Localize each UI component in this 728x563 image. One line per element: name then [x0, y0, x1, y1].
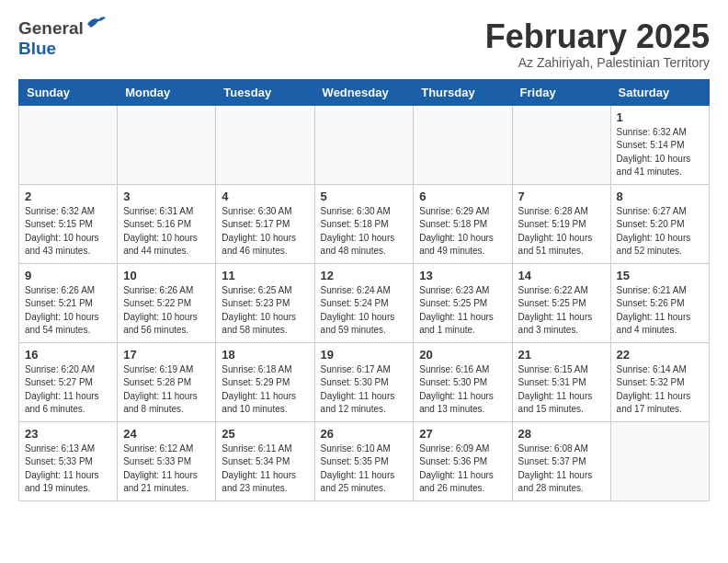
calendar-cell: 8Sunrise: 6:27 AM Sunset: 5:20 PM Daylig…	[610, 184, 709, 263]
calendar-cell	[610, 421, 709, 500]
day-number: 16	[25, 348, 111, 362]
day-number: 5	[321, 190, 408, 203]
calendar-cell: 5Sunrise: 6:30 AM Sunset: 5:18 PM Daylig…	[314, 184, 414, 263]
weekday-header-saturday: Saturday	[610, 79, 709, 105]
calendar-cell: 9Sunrise: 6:26 AM Sunset: 5:21 PM Daylig…	[19, 263, 118, 342]
day-info: Sunrise: 6:20 AM Sunset: 5:27 PM Dayligh…	[25, 363, 111, 417]
day-info: Sunrise: 6:32 AM Sunset: 5:15 PM Dayligh…	[25, 205, 111, 259]
day-info: Sunrise: 6:10 AM Sunset: 5:35 PM Dayligh…	[321, 442, 408, 496]
day-number: 2	[25, 190, 111, 203]
day-number: 3	[123, 190, 210, 203]
calendar-cell: 16Sunrise: 6:20 AM Sunset: 5:27 PM Dayli…	[19, 342, 118, 421]
day-info: Sunrise: 6:26 AM Sunset: 5:21 PM Dayligh…	[25, 284, 111, 338]
calendar-cell: 4Sunrise: 6:30 AM Sunset: 5:17 PM Daylig…	[216, 184, 314, 263]
day-info: Sunrise: 6:09 AM Sunset: 5:36 PM Dayligh…	[419, 442, 506, 496]
day-info: Sunrise: 6:28 AM Sunset: 5:19 PM Dayligh…	[518, 205, 605, 259]
day-number: 28	[518, 427, 605, 441]
day-info: Sunrise: 6:21 AM Sunset: 5:26 PM Dayligh…	[617, 284, 703, 338]
calendar-cell: 14Sunrise: 6:22 AM Sunset: 5:25 PM Dayli…	[512, 263, 610, 342]
logo-general-text: General	[18, 18, 84, 39]
day-info: Sunrise: 6:31 AM Sunset: 5:16 PM Dayligh…	[123, 205, 210, 259]
location-title: Az Zahiriyah, Palestinian Territory	[485, 55, 710, 70]
calendar-table: SundayMondayTuesdayWednesdayThursdayFrid…	[18, 79, 710, 501]
calendar-cell: 19Sunrise: 6:17 AM Sunset: 5:30 PM Dayli…	[314, 342, 414, 421]
day-number: 25	[222, 427, 308, 441]
day-number: 27	[419, 427, 506, 441]
calendar-cell: 11Sunrise: 6:25 AM Sunset: 5:23 PM Dayli…	[216, 263, 314, 342]
day-number: 12	[321, 269, 408, 282]
day-info: Sunrise: 6:29 AM Sunset: 5:18 PM Dayligh…	[419, 205, 506, 259]
weekday-header-thursday: Thursday	[414, 79, 512, 105]
day-number: 4	[222, 190, 308, 203]
calendar-cell: 1Sunrise: 6:32 AM Sunset: 5:14 PM Daylig…	[610, 105, 709, 184]
day-number: 8	[617, 190, 703, 203]
day-number: 10	[123, 269, 210, 282]
day-number: 20	[419, 348, 506, 362]
month-title: February 2025	[485, 18, 710, 55]
day-number: 19	[321, 348, 408, 362]
weekday-header-tuesday: Tuesday	[216, 79, 314, 105]
calendar-week-row: 2Sunrise: 6:32 AM Sunset: 5:15 PM Daylig…	[19, 184, 710, 263]
day-number: 14	[518, 269, 605, 282]
calendar-cell: 3Sunrise: 6:31 AM Sunset: 5:16 PM Daylig…	[118, 184, 216, 263]
calendar-cell: 13Sunrise: 6:23 AM Sunset: 5:25 PM Dayli…	[414, 263, 512, 342]
calendar-cell: 24Sunrise: 6:12 AM Sunset: 5:33 PM Dayli…	[118, 421, 216, 500]
day-info: Sunrise: 6:24 AM Sunset: 5:24 PM Dayligh…	[321, 284, 408, 338]
calendar-cell: 21Sunrise: 6:15 AM Sunset: 5:31 PM Dayli…	[512, 342, 610, 421]
calendar-cell	[216, 105, 314, 184]
calendar-cell: 25Sunrise: 6:11 AM Sunset: 5:34 PM Dayli…	[216, 421, 314, 500]
day-info: Sunrise: 6:14 AM Sunset: 5:32 PM Dayligh…	[617, 363, 703, 417]
day-number: 13	[419, 269, 506, 282]
title-area: February 2025 Az Zahiriyah, Palestinian …	[485, 18, 710, 70]
day-info: Sunrise: 6:16 AM Sunset: 5:30 PM Dayligh…	[419, 363, 506, 417]
day-info: Sunrise: 6:22 AM Sunset: 5:25 PM Dayligh…	[518, 284, 605, 338]
logo-bird-icon	[85, 15, 106, 35]
day-number: 11	[222, 269, 308, 282]
day-info: Sunrise: 6:19 AM Sunset: 5:28 PM Dayligh…	[123, 363, 210, 417]
calendar-cell: 23Sunrise: 6:13 AM Sunset: 5:33 PM Dayli…	[19, 421, 118, 500]
calendar-cell	[314, 105, 414, 184]
day-number: 6	[419, 190, 506, 203]
calendar-cell: 20Sunrise: 6:16 AM Sunset: 5:30 PM Dayli…	[414, 342, 512, 421]
calendar-cell: 2Sunrise: 6:32 AM Sunset: 5:15 PM Daylig…	[19, 184, 118, 263]
day-info: Sunrise: 6:12 AM Sunset: 5:33 PM Dayligh…	[123, 442, 210, 496]
day-number: 17	[123, 348, 210, 362]
day-number: 21	[518, 348, 605, 362]
logo: General Blue	[18, 18, 106, 59]
day-number: 22	[617, 348, 703, 362]
calendar-week-row: 9Sunrise: 6:26 AM Sunset: 5:21 PM Daylig…	[19, 263, 710, 342]
weekday-header-friday: Friday	[512, 79, 610, 105]
calendar-cell: 15Sunrise: 6:21 AM Sunset: 5:26 PM Dayli…	[610, 263, 709, 342]
day-number: 7	[518, 190, 605, 203]
calendar-cell: 27Sunrise: 6:09 AM Sunset: 5:36 PM Dayli…	[414, 421, 512, 500]
day-number: 26	[321, 427, 408, 441]
calendar-cell	[118, 105, 216, 184]
logo-blue-text: Blue	[18, 39, 106, 59]
day-info: Sunrise: 6:15 AM Sunset: 5:31 PM Dayligh…	[518, 363, 605, 417]
weekday-header-sunday: Sunday	[19, 79, 118, 105]
day-info: Sunrise: 6:08 AM Sunset: 5:37 PM Dayligh…	[518, 442, 605, 496]
calendar-cell: 6Sunrise: 6:29 AM Sunset: 5:18 PM Daylig…	[414, 184, 512, 263]
calendar-cell: 28Sunrise: 6:08 AM Sunset: 5:37 PM Dayli…	[512, 421, 610, 500]
calendar-week-row: 23Sunrise: 6:13 AM Sunset: 5:33 PM Dayli…	[19, 421, 710, 500]
calendar-header-row: SundayMondayTuesdayWednesdayThursdayFrid…	[19, 79, 710, 105]
weekday-header-wednesday: Wednesday	[314, 79, 414, 105]
calendar-cell: 10Sunrise: 6:26 AM Sunset: 5:22 PM Dayli…	[118, 263, 216, 342]
day-info: Sunrise: 6:27 AM Sunset: 5:20 PM Dayligh…	[617, 205, 703, 259]
calendar-cell	[414, 105, 512, 184]
calendar-cell	[19, 105, 118, 184]
calendar-cell: 17Sunrise: 6:19 AM Sunset: 5:28 PM Dayli…	[118, 342, 216, 421]
calendar-week-row: 1Sunrise: 6:32 AM Sunset: 5:14 PM Daylig…	[19, 105, 710, 184]
calendar-cell	[512, 105, 610, 184]
weekday-header-monday: Monday	[118, 79, 216, 105]
day-number: 15	[617, 269, 703, 282]
calendar-week-row: 16Sunrise: 6:20 AM Sunset: 5:27 PM Dayli…	[19, 342, 710, 421]
day-number: 24	[123, 427, 210, 441]
calendar-cell: 22Sunrise: 6:14 AM Sunset: 5:32 PM Dayli…	[610, 342, 709, 421]
day-info: Sunrise: 6:32 AM Sunset: 5:14 PM Dayligh…	[617, 126, 703, 179]
day-info: Sunrise: 6:13 AM Sunset: 5:33 PM Dayligh…	[25, 442, 111, 496]
calendar-cell: 18Sunrise: 6:18 AM Sunset: 5:29 PM Dayli…	[216, 342, 314, 421]
day-info: Sunrise: 6:30 AM Sunset: 5:17 PM Dayligh…	[222, 205, 308, 259]
day-number: 1	[617, 110, 703, 124]
day-info: Sunrise: 6:23 AM Sunset: 5:25 PM Dayligh…	[419, 284, 506, 338]
